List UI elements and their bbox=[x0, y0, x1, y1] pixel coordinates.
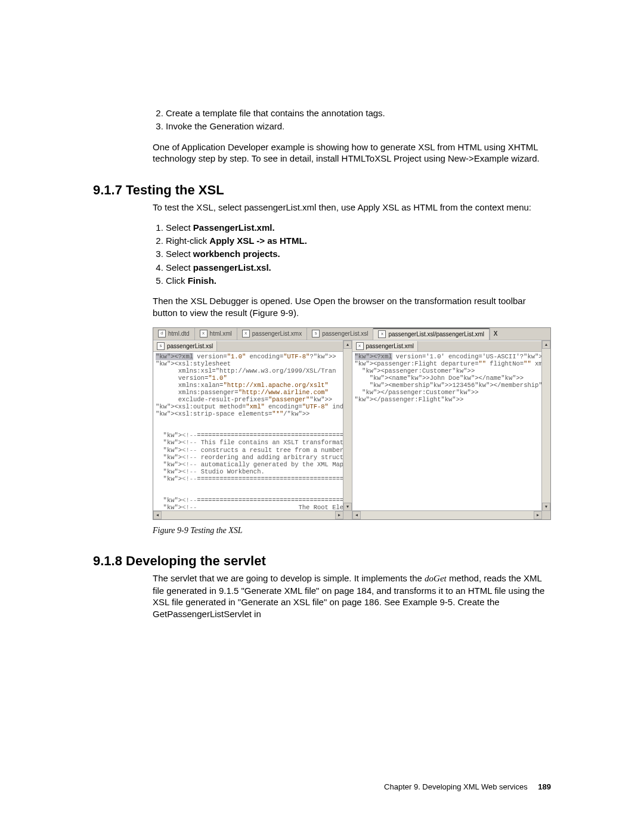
file-icon: x bbox=[242, 330, 250, 337]
section-heading-918: 9.1.8 Developing the servlet bbox=[93, 553, 551, 569]
xsl-source[interactable]: "kw"><?xml version="1.0" encoding="UTF-8… bbox=[153, 352, 352, 519]
pane-tab-xsl[interactable]: spassengerList.xsl bbox=[153, 341, 217, 351]
list-item: Click Finish. bbox=[166, 275, 551, 287]
list-item: Right-click Apply XSL -> as HTML. bbox=[166, 235, 551, 247]
scroll-left-icon[interactable]: ◂ bbox=[352, 511, 361, 519]
chapter-label: Chapter 9. Developing XML Web services bbox=[384, 782, 528, 791]
scroll-up-icon[interactable]: ▴ bbox=[542, 340, 550, 349]
section-heading-917: 9.1.7 Testing the XSL bbox=[93, 182, 551, 198]
right-pane: xpassengerList.xml "kw"><?xml version='1… bbox=[352, 340, 551, 519]
file-icon: x bbox=[356, 342, 364, 350]
xml-source[interactable]: "kw"><?xml version='1.0' encoding='US-AS… bbox=[352, 352, 551, 519]
page-footer: Chapter 9. Developing XML Web services 1… bbox=[384, 782, 551, 791]
tab-debug-session[interactable]: xpassengerList.xsl/passengerList.xml bbox=[373, 328, 490, 340]
horizontal-scrollbar[interactable]: ◂ ▸ bbox=[352, 510, 543, 519]
close-tab-button[interactable]: X bbox=[490, 328, 501, 340]
scroll-down-icon[interactable]: ▾ bbox=[542, 503, 550, 511]
page-number: 189 bbox=[538, 782, 551, 791]
s917-intro: To test the XSL, select passengerList.xm… bbox=[153, 202, 551, 213]
file-icon: x bbox=[200, 330, 208, 337]
list-item: Select passengerList.xsl. bbox=[166, 262, 551, 274]
left-pane: spassengerList.xsl "kw"><?xml version="1… bbox=[153, 340, 352, 519]
s917-steps: Select PassengerList.xml. Right-click Ap… bbox=[153, 222, 551, 287]
vertical-scrollbar[interactable]: ▴ ▾ bbox=[343, 340, 352, 511]
file-icon: d bbox=[158, 330, 166, 337]
scroll-corner bbox=[343, 510, 352, 519]
scroll-up-icon[interactable]: ▴ bbox=[343, 340, 352, 349]
file-icon: x bbox=[378, 330, 386, 338]
s918-p1: The servlet that we are going to develop… bbox=[153, 572, 551, 620]
intro-continued-list: Create a template file that contains the… bbox=[153, 107, 551, 133]
figure-9-9: dhtml.dtd xhtml.xml xpassengerList.xmx s… bbox=[153, 327, 551, 535]
scroll-down-icon[interactable]: ▾ bbox=[343, 503, 352, 511]
list-item: Select PassengerList.xml. bbox=[166, 222, 551, 234]
tab-html-xml[interactable]: xhtml.xml bbox=[195, 328, 237, 340]
tab-html-dtd[interactable]: dhtml.dtd bbox=[153, 328, 195, 340]
intro-paragraph: One of Application Developer example is … bbox=[153, 141, 551, 165]
s917-p2: Then the XSL Debugger is opened. Use Ope… bbox=[153, 295, 551, 319]
scroll-left-icon[interactable]: ◂ bbox=[153, 511, 162, 519]
scroll-right-icon[interactable]: ▸ bbox=[534, 511, 542, 519]
file-icon: s bbox=[312, 330, 320, 337]
figure-caption: Figure 9-9 Testing the XSL bbox=[153, 526, 551, 535]
vertical-scrollbar[interactable]: ▴ ▾ bbox=[541, 340, 550, 511]
scroll-corner bbox=[541, 510, 550, 519]
editor-tabs: dhtml.dtd xhtml.xml xpassengerList.xmx s… bbox=[153, 328, 550, 340]
xsl-debugger-window: dhtml.dtd xhtml.xml xpassengerList.xmx s… bbox=[153, 327, 551, 520]
list-item: Select workbench projects. bbox=[166, 248, 551, 260]
pane-tab-xml[interactable]: xpassengerList.xml bbox=[352, 341, 419, 351]
list-item: Invoke the Generation wizard. bbox=[166, 120, 551, 132]
tab-passengerlist-xsl[interactable]: spassengerList.xsl bbox=[307, 328, 373, 340]
scroll-right-icon[interactable]: ▸ bbox=[335, 511, 343, 519]
list-item: Create a template file that contains the… bbox=[166, 107, 551, 119]
horizontal-scrollbar[interactable]: ◂ ▸ bbox=[153, 510, 343, 519]
file-icon: s bbox=[157, 342, 165, 350]
tab-passengerlist-xmx[interactable]: xpassengerList.xmx bbox=[237, 328, 307, 340]
